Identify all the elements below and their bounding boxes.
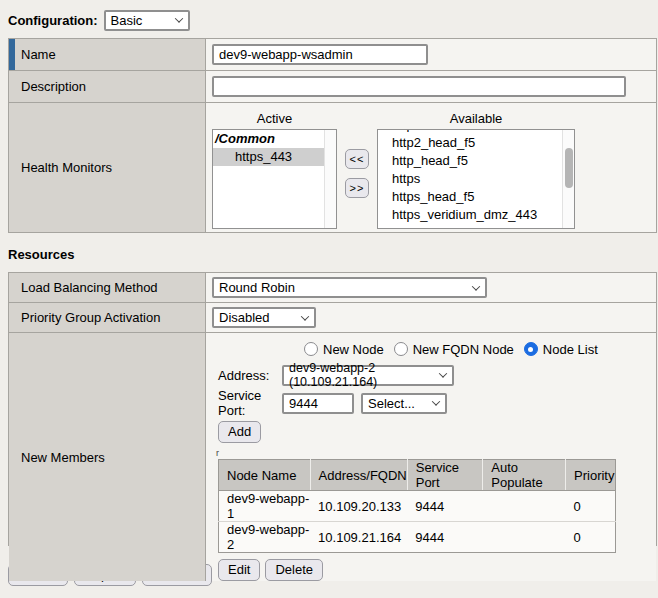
address-label: Address: [218,368,282,383]
radio-new-fqdn-node-label: New FQDN Node [413,342,514,357]
active-monitors-listbox[interactable]: /Common https_443 [212,129,337,229]
member-node-name: dev9-webapp-1 [219,491,311,522]
member-node-name: dev9-webapp-2 [219,522,311,553]
available-monitor-item[interactable]: https_head_f5 [378,188,562,206]
load-balancing-label: Load Balancing Method [21,280,158,295]
member-priority: 0 [566,491,616,522]
new-members-label: New Members [21,450,105,465]
service-port-line: Service Port: Select... [218,392,656,414]
available-list-scrollbar[interactable] [562,130,574,228]
radio-icon [304,342,318,356]
service-port-select-value: Select... [368,396,415,411]
monitor-folder-item[interactable]: /Common [213,130,324,148]
radio-icon [394,342,408,356]
new-members-value-cell: New Node New FQDN Node Node List Address… [206,333,656,581]
priority-group-label-cell: Priority Group Activation [9,303,206,332]
edit-button[interactable]: Edit [218,559,260,581]
service-port-label: Service Port: [218,388,282,418]
active-header: Active [212,111,337,129]
priority-group-select-value: Disabled [219,310,270,325]
radio-new-node-label: New Node [323,342,384,357]
available-monitors-listbox[interactable]: http http2_head_f5 http_head_f5 https ht… [377,129,575,229]
priority-group-label: Priority Group Activation [21,310,160,325]
configuration-select-value: Basic [111,13,143,28]
member-row[interactable]: dev9-webapp-2 10.109.21.164 9444 0 [219,522,616,553]
resources-section-title: Resources [8,247,657,263]
description-label: Description [21,79,86,94]
health-monitors-label: Health Monitors [21,160,112,175]
address-select[interactable]: dev9-webapp-2 (10.109.21.164) [282,365,454,386]
member-service-port: 9444 [407,491,483,522]
name-label-cell: Name [9,39,206,70]
priority-group-select[interactable]: Disabled [212,307,316,328]
address-select-value: dev9-webapp-2 (10.109.21.164) [289,361,430,389]
radio-new-node[interactable]: New Node [304,342,384,357]
member-actions: Edit Delete [218,559,656,581]
new-members-form: New Node New FQDN Node Node List Address… [212,333,656,581]
members-table: Node Name Address/FQDN Service Port Auto… [218,459,616,553]
name-value-cell [206,39,656,70]
chevron-down-icon [432,397,440,405]
health-monitors-label-cell: Health Monitors [9,103,206,232]
priority-group-row: Priority Group Activation Disabled [9,303,656,333]
priority-group-value-cell: Disabled [206,303,656,332]
new-members-label-cell: New Members [9,333,206,581]
description-label-cell: Description [9,71,206,102]
configuration-select[interactable]: Basic [104,10,190,31]
service-port-input[interactable] [282,393,354,414]
available-monitor-item[interactable]: https [378,170,562,188]
member-address: 10.109.20.133 [310,491,407,522]
description-input[interactable] [212,76,626,97]
col-priority: Priority [566,460,616,491]
new-members-row: New Members New Node New FQDN Node [9,333,656,546]
name-input[interactable] [212,44,428,65]
available-monitor-item[interactable]: http2_head_f5 [378,134,562,152]
move-to-available-button[interactable]: >> [345,178,369,198]
resources-table: Load Balancing Method Round Robin Priori… [8,272,657,546]
chevron-down-icon [472,282,480,290]
col-node-name: Node Name [219,460,311,491]
chevron-down-icon [301,312,309,320]
member-address: 10.109.21.164 [310,522,407,553]
member-row[interactable]: dev9-webapp-1 10.109.20.133 9444 0 [219,491,616,522]
radio-node-list[interactable]: Node List [524,342,598,357]
active-monitors-items: /Common https_443 [213,130,324,228]
add-button[interactable]: Add [218,421,261,443]
member-priority: 0 [566,522,616,553]
delete-button[interactable]: Delete [265,559,323,581]
active-list-scrollbar[interactable] [324,130,336,228]
col-service-port: Service Port [407,460,483,491]
name-row: Name [9,39,656,71]
available-monitor-item[interactable]: https_veridium_dmz_443 [378,206,562,224]
health-monitors-value-cell: Active /Common https_443 << >> [206,103,656,232]
load-balancing-select[interactable]: Round Robin [212,277,487,298]
available-monitor-item[interactable]: http_head_f5 [378,152,562,170]
required-indicator [9,39,15,70]
service-port-select[interactable]: Select... [361,393,447,414]
load-balancing-select-value: Round Robin [219,280,295,295]
load-balancing-value-cell: Round Robin [206,273,656,302]
available-header: Available [377,111,575,129]
available-monitors-column: Available http http2_head_f5 http_head_f… [377,111,575,229]
col-address-fqdn: Address/FQDN [310,460,407,491]
chevron-down-icon [439,369,447,377]
members-table-header-row: Node Name Address/FQDN Service Port Auto… [219,460,616,491]
stray-text: r [216,448,656,458]
chevron-down-icon [174,14,182,22]
member-auto-populate [483,522,566,553]
name-label: Name [21,47,56,62]
scrollbar-thumb[interactable] [565,148,573,188]
available-monitors-items: http http2_head_f5 http_head_f5 https ht… [378,130,562,228]
configuration-table: Name Description Health Monitors Active [8,38,657,233]
health-monitors-row: Health Monitors Active /Common https_443 [9,103,656,233]
radio-new-fqdn-node[interactable]: New FQDN Node [394,342,514,357]
health-monitors-picker: Active /Common https_443 << >> [212,103,575,229]
description-value-cell [206,71,656,102]
load-balancing-row: Load Balancing Method Round Robin [9,273,656,303]
monitor-move-buttons: << >> [337,149,377,198]
radio-node-list-label: Node List [543,342,598,357]
active-monitor-item[interactable]: https_443 [213,148,324,166]
col-auto-populate: Auto Populate [483,460,566,491]
add-line: Add [218,421,656,443]
move-to-active-button[interactable]: << [345,149,369,169]
